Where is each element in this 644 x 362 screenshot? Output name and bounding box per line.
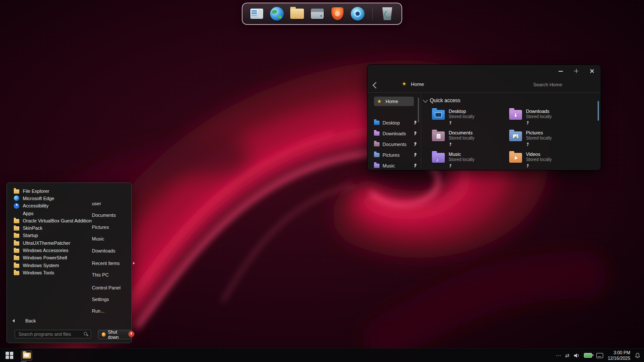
dock-drive-icon[interactable] xyxy=(310,6,325,21)
start-menu-item-downloads[interactable]: Downloads xyxy=(92,247,129,254)
start-menu-item-virtualbox[interactable]: Oracle VirtualBox Guest Additions xyxy=(14,217,92,224)
folder-icon xyxy=(432,131,445,141)
touch-keyboard-icon[interactable] xyxy=(596,353,603,358)
dock-display-icon[interactable] xyxy=(249,6,264,21)
dock-security-icon[interactable] xyxy=(330,6,345,21)
quick-access-item-desktop[interactable]: Desktop Stored locally xyxy=(432,109,503,127)
close-button[interactable] xyxy=(589,68,595,74)
folder-icon xyxy=(374,121,380,125)
document-emblem-icon xyxy=(437,134,440,139)
folder-icon xyxy=(432,110,445,120)
start-menu-item-settings[interactable]: Settings xyxy=(92,296,129,303)
start-menu-item-user[interactable]: user xyxy=(92,200,129,207)
minimize-button[interactable] xyxy=(558,68,564,74)
sidebar-item-label: Desktop xyxy=(383,120,400,125)
quick-access-item-videos[interactable]: Videos Stored locally xyxy=(509,152,580,170)
start-menu-item-pictures[interactable]: Pictures xyxy=(92,224,129,231)
item-subtitle: Stored locally xyxy=(449,136,474,141)
start-button[interactable] xyxy=(4,350,15,361)
start-menu-item-label: Microsoft Edge xyxy=(23,196,54,201)
taskbar-clock[interactable]: 3:00 PM 12/16/2025 xyxy=(608,350,630,361)
start-menu-item-apps[interactable]: Apps xyxy=(14,210,92,217)
chevron-left-icon xyxy=(372,82,379,88)
taskbar-file-explorer-button[interactable] xyxy=(21,350,32,361)
search-input[interactable] xyxy=(15,330,91,338)
back-button[interactable] xyxy=(372,81,380,89)
chevron-down-icon xyxy=(423,98,428,103)
start-menu-item-music[interactable]: Music xyxy=(92,235,129,242)
start-menu-item-startup[interactable]: Startup xyxy=(14,232,92,239)
start-menu-item-file-explorer[interactable]: File Explorer xyxy=(14,187,92,195)
shutdown-button[interactable]: Shut down xyxy=(98,330,131,339)
folder-icon xyxy=(14,226,19,231)
dock-recycle-bin-icon[interactable] xyxy=(380,6,395,21)
volume-icon[interactable] xyxy=(574,353,580,358)
folder-icon xyxy=(14,249,19,253)
dock-browser-icon[interactable] xyxy=(270,6,284,21)
start-menu-item-label: Apps xyxy=(23,211,33,216)
address-location[interactable]: Home xyxy=(402,81,424,87)
sidebar-item-documents[interactable]: Documents xyxy=(374,139,417,149)
folder-icon xyxy=(14,234,19,238)
shield-icon xyxy=(331,7,343,20)
folder-icon xyxy=(374,153,380,157)
folder-icon xyxy=(432,153,445,163)
start-menu-item-label: Oracle VirtualBox Guest Additions xyxy=(23,218,92,223)
sidebar-item-label: Downloads xyxy=(383,131,406,136)
start-menu-item-ultrauxthemepatcher[interactable]: UltraUXThemePatcher xyxy=(14,239,92,246)
item-text: Documents Stored locally xyxy=(449,130,474,149)
dock-files-icon[interactable] xyxy=(290,6,304,21)
quick-access-header[interactable]: Quick access xyxy=(423,97,460,103)
folder-icon xyxy=(14,219,19,223)
item-text: Pictures Stored locally xyxy=(526,130,552,149)
notification-bell-icon[interactable] xyxy=(635,353,641,359)
start-menu-item-run[interactable]: Run... xyxy=(92,307,129,314)
start-menu-item-microsoft-edge[interactable]: Microsoft Edge xyxy=(14,195,92,202)
sidebar-item-downloads[interactable]: Downloads xyxy=(374,128,417,139)
start-menu-item-windows-accessories[interactable]: Windows Accessories xyxy=(14,246,92,254)
content-scrollbar[interactable] xyxy=(598,101,599,121)
home-star-icon xyxy=(377,99,383,104)
power-icon[interactable] xyxy=(128,331,134,337)
settings-icon xyxy=(351,7,365,21)
maximize-button[interactable] xyxy=(573,68,579,74)
battery-icon[interactable] xyxy=(584,353,592,358)
clock-date: 12/16/2025 xyxy=(608,356,630,361)
sidebar-item-music[interactable]: Music xyxy=(374,160,417,171)
start-menu-item-windows-powershell[interactable]: Windows PowerShell xyxy=(14,254,92,262)
tray-overflow-icon[interactable]: ⋯ xyxy=(556,353,561,358)
item-text: Desktop Stored locally xyxy=(449,109,474,127)
submenu-arrow-icon xyxy=(133,262,135,265)
start-menu-item-control-panel[interactable]: Control Panel xyxy=(92,284,129,291)
recycle-bin-icon xyxy=(382,7,393,20)
start-menu-item-recent-items[interactable]: Recent Items xyxy=(92,260,129,267)
start-menu-item-this-pc[interactable]: This PC xyxy=(92,271,129,278)
video-emblem-icon xyxy=(515,156,518,160)
quick-access-item-downloads[interactable]: Downloads Stored locally xyxy=(509,109,580,127)
search-box[interactable]: Search Home xyxy=(533,82,562,87)
quick-access-item-documents[interactable]: Documents Stored locally xyxy=(432,130,503,149)
search-icon[interactable] xyxy=(83,332,88,337)
start-menu-item-documents[interactable]: Documents xyxy=(92,212,129,219)
item-label: Desktop xyxy=(449,109,474,114)
sidebar-item-home[interactable]: Home xyxy=(374,97,414,106)
start-menu-item-windows-system[interactable]: Windows System xyxy=(14,262,92,269)
dock-settings-icon[interactable] xyxy=(350,6,365,21)
sidebar-item-pictures[interactable]: Pictures xyxy=(374,149,417,160)
desktop-emblem-icon xyxy=(435,113,442,117)
item-subtitle: Stored locally xyxy=(526,157,552,162)
pin-icon xyxy=(526,121,529,125)
sidebar-scrollbar[interactable] xyxy=(418,97,419,122)
start-menu-item-skinpack[interactable]: SkinPack xyxy=(14,224,92,231)
quick-access-item-music[interactable]: Music Stored locally xyxy=(432,152,503,170)
start-menu-item-windows-tools[interactable]: Windows Tools xyxy=(14,269,92,276)
quick-access-item-pictures[interactable]: Pictures Stored locally xyxy=(509,130,580,149)
pin-icon xyxy=(413,131,417,136)
section-title: Quick access xyxy=(430,97,460,103)
tray-network-icon[interactable]: ⇄ xyxy=(565,353,569,358)
file-explorer-window: Home Search Home Home Desktop Downloads … xyxy=(367,64,601,170)
folder-icon xyxy=(14,189,19,194)
start-menu-back-button[interactable]: Back xyxy=(12,318,36,323)
start-menu-item-accessibility[interactable]: Accessibility xyxy=(14,202,92,210)
sidebar-item-desktop[interactable]: Desktop xyxy=(374,117,417,128)
